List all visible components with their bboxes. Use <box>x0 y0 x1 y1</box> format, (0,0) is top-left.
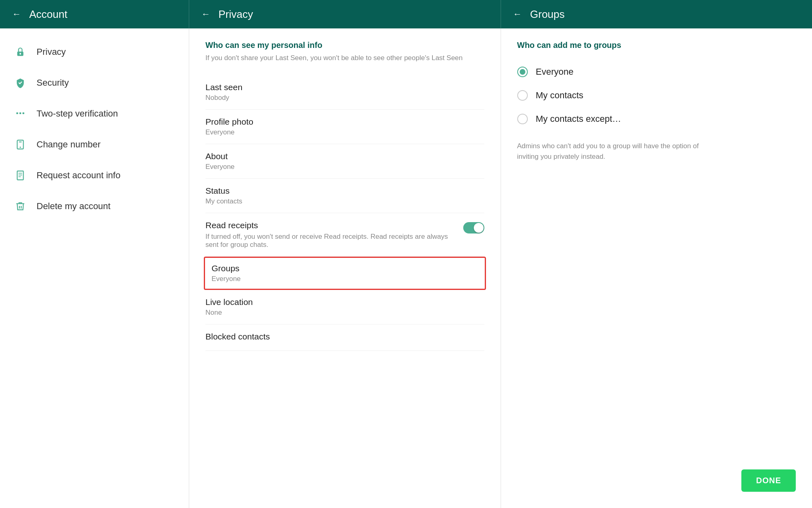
privacy-header-title: Privacy <box>218 8 253 21</box>
read-receipts-toggle[interactable] <box>463 222 484 233</box>
about-value: Everyone <box>205 163 484 171</box>
live-location-value: None <box>205 309 484 317</box>
account-header-title: Account <box>29 8 67 21</box>
sidebar-two-step-label: Two-step verification <box>37 108 118 119</box>
privacy-item-last-seen[interactable]: Last seen Nobody <box>205 75 484 110</box>
radio-label-my-contacts: My contacts <box>536 90 583 101</box>
radio-option-everyone[interactable]: Everyone <box>517 60 796 84</box>
svg-rect-1 <box>19 53 21 54</box>
right-panel: Who can add me to groups Everyone My con… <box>501 28 812 508</box>
status-value: My contacts <box>205 197 484 205</box>
middle-panel: Who can see my personal info If you don'… <box>189 28 501 508</box>
groups-footnote: Admins who can't add you to a group will… <box>517 141 720 162</box>
radio-circle-my-contacts <box>517 90 528 101</box>
read-receipts-row[interactable]: Read receipts If turned off, you won't s… <box>205 213 484 257</box>
read-receipts-toggle-container <box>463 222 484 233</box>
last-seen-value: Nobody <box>205 94 484 102</box>
svg-rect-8 <box>17 171 23 180</box>
groups-header-title: Groups <box>530 8 565 21</box>
live-location-title: Live location <box>205 297 484 307</box>
radio-label-my-contacts-except: My contacts except… <box>536 114 621 124</box>
svg-rect-4 <box>22 112 24 114</box>
about-title: About <box>205 151 484 161</box>
groups-privacy-title: Groups <box>212 264 478 273</box>
radio-option-my-contacts-except[interactable]: My contacts except… <box>517 107 796 131</box>
privacy-item-status[interactable]: Status My contacts <box>205 179 484 213</box>
sidebar-delete-account-label: Delete my account <box>37 201 110 212</box>
svg-rect-3 <box>19 112 21 114</box>
sidebar-item-request-info[interactable]: Request account info <box>0 160 189 191</box>
groups-section-title: Who can add me to groups <box>517 41 796 50</box>
privacy-section-header: Who can see my personal info If you don'… <box>205 41 484 63</box>
trash-icon <box>12 198 28 214</box>
sidebar-item-privacy[interactable]: Privacy <box>0 37 189 67</box>
privacy-section-title: Who can see my personal info <box>205 41 484 50</box>
radio-option-my-contacts[interactable]: My contacts <box>517 84 796 107</box>
main-content: Privacy Security Two-step verification C… <box>0 28 812 508</box>
profile-photo-title: Profile photo <box>205 117 484 127</box>
radio-label-everyone: Everyone <box>536 67 574 77</box>
status-title: Status <box>205 186 484 196</box>
svg-point-7 <box>19 147 21 148</box>
radio-inner-everyone <box>520 69 525 75</box>
privacy-section-subtitle: If you don't share your Last Seen, you w… <box>205 53 484 63</box>
sidebar-request-info-label: Request account info <box>37 170 121 181</box>
sidebar-item-change-number[interactable]: Change number <box>0 129 189 160</box>
read-receipts-subtitle: If turned off, you won't send or receive… <box>205 233 455 249</box>
sidebar-item-security[interactable]: Security <box>0 67 189 98</box>
radio-circle-everyone <box>517 67 528 77</box>
last-seen-title: Last seen <box>205 82 484 92</box>
privacy-item-groups[interactable]: Groups Everyone <box>204 257 486 290</box>
sidebar-privacy-label: Privacy <box>37 47 66 57</box>
profile-photo-value: Everyone <box>205 128 484 136</box>
privacy-back-button[interactable]: ← <box>201 9 210 19</box>
privacy-item-live-location[interactable]: Live location None <box>205 290 484 324</box>
privacy-header-section: ← Privacy <box>189 0 501 28</box>
lock-icon <box>12 44 28 60</box>
shield-icon <box>12 75 28 91</box>
read-receipts-title: Read receipts <box>205 220 455 230</box>
sidebar-item-two-step[interactable]: Two-step verification <box>0 98 189 129</box>
phone-icon <box>12 136 28 153</box>
toggle-knob <box>474 223 484 233</box>
privacy-item-blocked-contacts[interactable]: Blocked contacts <box>205 324 484 351</box>
sidebar-item-delete-account[interactable]: Delete my account <box>0 191 189 222</box>
account-header-section: ← Account <box>0 0 189 28</box>
privacy-item-profile-photo[interactable]: Profile photo Everyone <box>205 110 484 144</box>
privacy-item-about[interactable]: About Everyone <box>205 144 484 179</box>
blocked-contacts-title: Blocked contacts <box>205 332 484 342</box>
svg-rect-2 <box>16 112 18 114</box>
groups-privacy-value: Everyone <box>212 275 478 283</box>
groups-header-section: ← Groups <box>501 0 812 28</box>
dots-icon <box>12 106 28 122</box>
top-header: ← Account ← Privacy ← Groups <box>0 0 812 28</box>
sidebar-security-label: Security <box>37 78 69 88</box>
groups-back-button[interactable]: ← <box>513 9 522 19</box>
document-icon <box>12 167 28 184</box>
radio-circle-my-contacts-except <box>517 114 528 124</box>
read-receipts-text: Read receipts If turned off, you won't s… <box>205 220 455 249</box>
left-panel: Privacy Security Two-step verification C… <box>0 28 189 508</box>
sidebar-change-number-label: Change number <box>37 139 101 150</box>
done-button[interactable]: DONE <box>741 469 796 492</box>
account-back-button[interactable]: ← <box>12 9 21 19</box>
